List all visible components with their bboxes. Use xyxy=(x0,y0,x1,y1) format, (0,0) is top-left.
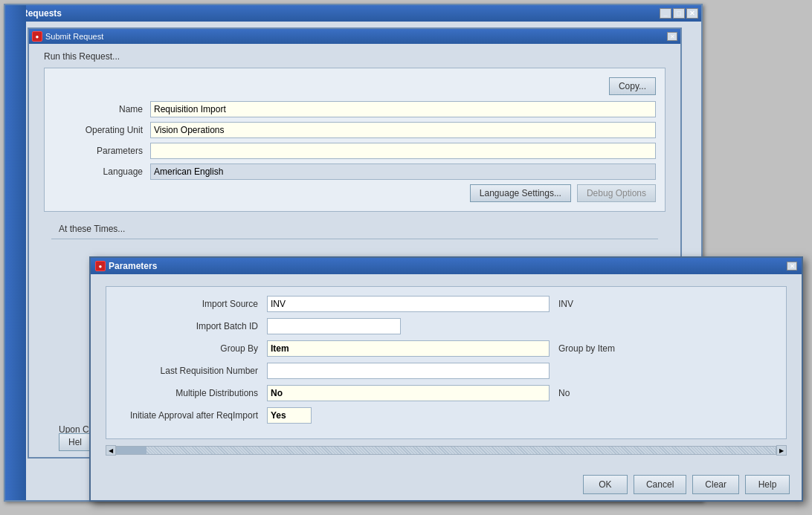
group-by-hint: Group by Item xyxy=(558,343,615,354)
parameters-title: Parameters xyxy=(109,261,157,271)
submit-help-button[interactable]: Hel xyxy=(59,433,91,451)
submit-close-button[interactable]: ✕ xyxy=(667,32,677,41)
operating-unit-label: Operating Unit xyxy=(54,125,150,135)
initiate-approval-label: Initiate Approval after ReqImport xyxy=(118,410,267,421)
group-by-row: Group By Group by Item xyxy=(118,340,774,357)
params-icon: ● xyxy=(95,261,106,271)
help-button[interactable]: Help xyxy=(745,475,790,494)
submit-icon: ● xyxy=(32,31,42,42)
import-source-input[interactable] xyxy=(267,296,550,312)
import-source-hint: INV xyxy=(558,299,573,309)
group-by-label: Group By xyxy=(118,343,267,354)
requests-title: Requests xyxy=(22,8,62,19)
scroll-left-button[interactable]: ◀ xyxy=(106,445,116,456)
debug-options-button: Debug Options xyxy=(577,184,656,202)
requests-titlebar: ● Requests _ □ ✕ xyxy=(5,5,701,22)
parameters-row: Parameters xyxy=(54,143,656,159)
import-source-label: Import Source xyxy=(118,299,267,309)
group-by-input[interactable] xyxy=(267,340,550,357)
import-batch-id-input[interactable] xyxy=(267,318,401,334)
left-edge xyxy=(5,5,26,500)
language-row: Language xyxy=(54,163,656,180)
ok-button[interactable]: OK xyxy=(583,475,628,494)
multiple-distributions-hint: No xyxy=(558,388,570,398)
import-batch-id-label: Import Batch ID xyxy=(118,321,267,331)
clear-button[interactable]: Clear xyxy=(692,475,739,494)
close-button[interactable]: ✕ xyxy=(686,8,698,19)
parameters-dialog: ● Parameters ✕ Import Source INV Import … xyxy=(89,256,803,502)
minimize-button[interactable]: _ xyxy=(660,8,671,19)
language-settings-button[interactable]: Language Settings... xyxy=(470,184,571,202)
parameters-input[interactable] xyxy=(150,143,656,159)
last-req-number-label: Last Requisition Number xyxy=(118,366,267,376)
initiate-approval-input[interactable] xyxy=(267,407,312,424)
submit-title: Submit Request xyxy=(45,32,103,41)
scroll-pattern xyxy=(146,447,776,454)
name-label: Name xyxy=(54,104,150,114)
params-form-section: Import Source INV Import Batch ID Group … xyxy=(106,286,787,439)
params-close-button[interactable]: ✕ xyxy=(787,262,797,271)
language-label: Language xyxy=(54,166,150,177)
params-button-row: OK Cancel Clear Help xyxy=(91,469,802,500)
name-row: Name xyxy=(54,101,656,117)
scroll-thumb[interactable] xyxy=(117,447,146,454)
scroll-right-button[interactable]: ▶ xyxy=(776,445,787,456)
multiple-distributions-row: Multiple Distributions No xyxy=(118,385,774,401)
params-scrollbar: ◀ ▶ xyxy=(106,445,787,456)
copy-button[interactable]: Copy... xyxy=(609,77,656,95)
import-batch-id-row: Import Batch ID xyxy=(118,318,774,334)
maximize-button[interactable]: □ xyxy=(673,8,685,19)
operating-unit-input[interactable] xyxy=(150,122,656,138)
parameters-label: Parameters xyxy=(54,146,150,156)
run-this-request-label: Run this Request... xyxy=(44,51,666,62)
import-source-row: Import Source INV xyxy=(118,296,774,312)
operating-unit-row: Operating Unit xyxy=(54,122,656,138)
initiate-approval-row: Initiate Approval after ReqImport xyxy=(118,407,774,424)
name-input[interactable] xyxy=(150,101,656,117)
request-form-section: Copy... Name Operating Unit Parameters L… xyxy=(44,68,666,212)
submit-titlebar: ● Submit Request ✕ xyxy=(29,29,680,44)
parameters-titlebar: ● Parameters ✕ xyxy=(91,258,802,274)
language-input xyxy=(150,163,656,180)
cancel-button[interactable]: Cancel xyxy=(634,475,686,494)
last-req-number-input[interactable] xyxy=(267,363,550,379)
multiple-distributions-input[interactable] xyxy=(267,385,550,401)
last-req-number-row: Last Requisition Number xyxy=(118,363,774,379)
scroll-track xyxy=(116,446,776,455)
at-these-times-label: At these Times... xyxy=(44,219,666,239)
multiple-distributions-label: Multiple Distributions xyxy=(118,388,267,398)
